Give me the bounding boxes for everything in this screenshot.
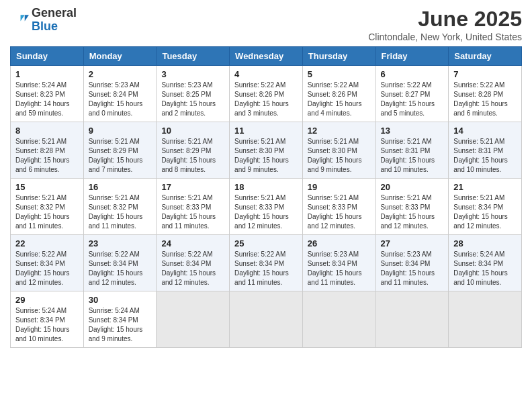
logo-blue: Blue: [32, 19, 58, 33]
day-info: Sunrise: 5:21 AMSunset: 8:28 PMDaylight:…: [15, 137, 79, 175]
day-number: 20: [381, 182, 444, 192]
day-info: Sunrise: 5:21 AMSunset: 8:29 PMDaylight:…: [161, 137, 224, 175]
weekday-header-monday: Monday: [83, 47, 157, 66]
day-info: Sunrise: 5:23 AMSunset: 8:34 PMDaylight:…: [308, 250, 371, 287]
day-info: Sunrise: 5:22 AMSunset: 8:34 PMDaylight:…: [15, 250, 79, 287]
day-info: Sunrise: 5:21 AMSunset: 8:32 PMDaylight:…: [15, 193, 79, 231]
day-cell: 25Sunrise: 5:22 AMSunset: 8:34 PMDayligh…: [230, 235, 303, 291]
logo-icon: [10, 11, 29, 30]
day-number: 9: [89, 126, 152, 136]
title-area: June 2025 Clintondale, New York, United …: [368, 7, 522, 42]
day-info: Sunrise: 5:24 AMSunset: 8:34 PMDaylight:…: [89, 306, 152, 344]
day-cell: 21Sunrise: 5:21 AMSunset: 8:34 PMDayligh…: [449, 179, 522, 235]
day-info: Sunrise: 5:22 AMSunset: 8:26 PMDaylight:…: [234, 81, 298, 118]
day-info: Sunrise: 5:22 AMSunset: 8:26 PMDaylight:…: [308, 81, 371, 118]
weekday-header-row: SundayMondayTuesdayWednesdayThursdayFrid…: [11, 47, 522, 66]
day-info: Sunrise: 5:23 AMSunset: 8:25 PMDaylight:…: [161, 81, 224, 118]
day-info: Sunrise: 5:21 AMSunset: 8:33 PMDaylight:…: [308, 193, 371, 231]
day-info: Sunrise: 5:21 AMSunset: 8:31 PMDaylight:…: [381, 137, 444, 175]
day-info: Sunrise: 5:23 AMSunset: 8:34 PMDaylight:…: [381, 250, 444, 287]
day-number: 17: [161, 182, 224, 192]
day-number: 4: [234, 69, 298, 79]
day-cell: 29Sunrise: 5:24 AMSunset: 8:34 PMDayligh…: [11, 291, 84, 348]
day-cell: 23Sunrise: 5:22 AMSunset: 8:34 PMDayligh…: [83, 235, 157, 291]
day-cell: 18Sunrise: 5:21 AMSunset: 8:33 PMDayligh…: [230, 179, 303, 235]
day-info: Sunrise: 5:21 AMSunset: 8:33 PMDaylight:…: [234, 193, 298, 231]
day-cell: 7Sunrise: 5:22 AMSunset: 8:28 PMDaylight…: [449, 66, 522, 122]
weekday-header-sunday: Sunday: [11, 47, 84, 66]
day-number: 16: [89, 182, 152, 192]
day-cell: 3Sunrise: 5:23 AMSunset: 8:25 PMDaylight…: [157, 66, 230, 122]
day-cell: 27Sunrise: 5:23 AMSunset: 8:34 PMDayligh…: [375, 235, 449, 291]
day-cell: 8Sunrise: 5:21 AMSunset: 8:28 PMDaylight…: [11, 122, 84, 179]
day-info: Sunrise: 5:24 AMSunset: 8:23 PMDaylight:…: [15, 81, 79, 118]
day-cell: 16Sunrise: 5:21 AMSunset: 8:32 PMDayligh…: [83, 179, 157, 235]
svg-rect-0: [10, 11, 29, 30]
day-number: 1: [15, 69, 79, 79]
day-number: 22: [15, 238, 79, 248]
day-cell: 12Sunrise: 5:21 AMSunset: 8:30 PMDayligh…: [302, 122, 375, 179]
day-cell: 30Sunrise: 5:24 AMSunset: 8:34 PMDayligh…: [83, 291, 157, 348]
weekday-header-thursday: Thursday: [302, 47, 375, 66]
day-info: Sunrise: 5:22 AMSunset: 8:27 PMDaylight:…: [381, 81, 444, 118]
week-row-3: 15Sunrise: 5:21 AMSunset: 8:32 PMDayligh…: [11, 179, 522, 235]
day-info: Sunrise: 5:22 AMSunset: 8:34 PMDaylight:…: [234, 250, 298, 287]
day-cell: 20Sunrise: 5:21 AMSunset: 8:33 PMDayligh…: [375, 179, 449, 235]
day-number: 12: [308, 126, 371, 136]
day-info: Sunrise: 5:21 AMSunset: 8:32 PMDaylight:…: [89, 193, 152, 231]
day-cell: 4Sunrise: 5:22 AMSunset: 8:26 PMDaylight…: [230, 66, 303, 122]
day-number: 14: [453, 126, 517, 136]
day-cell: 19Sunrise: 5:21 AMSunset: 8:33 PMDayligh…: [302, 179, 375, 235]
day-number: 10: [161, 126, 224, 136]
day-number: 13: [381, 126, 444, 136]
day-number: 15: [15, 182, 79, 192]
header: General Blue June 2025 Clintondale, New …: [10, 7, 522, 42]
day-number: 26: [308, 238, 371, 248]
day-number: 21: [453, 182, 517, 192]
day-cell: [375, 291, 449, 348]
day-cell: 9Sunrise: 5:21 AMSunset: 8:29 PMDaylight…: [83, 122, 157, 179]
day-cell: 24Sunrise: 5:22 AMSunset: 8:34 PMDayligh…: [157, 235, 230, 291]
svg-marker-1: [25, 15, 29, 21]
day-info: Sunrise: 5:21 AMSunset: 8:34 PMDaylight:…: [453, 193, 517, 231]
day-number: 23: [89, 238, 152, 248]
svg-marker-2: [21, 15, 25, 21]
day-number: 7: [453, 69, 517, 79]
logo-general: General: [32, 6, 77, 19]
day-cell: 14Sunrise: 5:21 AMSunset: 8:31 PMDayligh…: [449, 122, 522, 179]
location-subtitle: Clintondale, New York, United States: [368, 32, 522, 42]
weekday-header-friday: Friday: [375, 47, 449, 66]
day-cell: 6Sunrise: 5:22 AMSunset: 8:27 PMDaylight…: [375, 66, 449, 122]
day-info: Sunrise: 5:23 AMSunset: 8:24 PMDaylight:…: [89, 81, 152, 118]
day-cell: 13Sunrise: 5:21 AMSunset: 8:31 PMDayligh…: [375, 122, 449, 179]
week-row-1: 1Sunrise: 5:24 AMSunset: 8:23 PMDaylight…: [11, 66, 522, 122]
day-cell: 15Sunrise: 5:21 AMSunset: 8:32 PMDayligh…: [11, 179, 84, 235]
day-cell: 11Sunrise: 5:21 AMSunset: 8:30 PMDayligh…: [230, 122, 303, 179]
day-cell: 17Sunrise: 5:21 AMSunset: 8:33 PMDayligh…: [157, 179, 230, 235]
day-info: Sunrise: 5:21 AMSunset: 8:33 PMDaylight:…: [161, 193, 224, 231]
day-number: 18: [234, 182, 298, 192]
day-cell: 2Sunrise: 5:23 AMSunset: 8:24 PMDaylight…: [83, 66, 157, 122]
day-info: Sunrise: 5:24 AMSunset: 8:34 PMDaylight:…: [15, 306, 79, 344]
calendar-table: SundayMondayTuesdayWednesdayThursdayFrid…: [10, 46, 522, 348]
day-number: 29: [15, 295, 79, 305]
day-number: 8: [15, 126, 79, 136]
weekday-header-tuesday: Tuesday: [157, 47, 230, 66]
day-info: Sunrise: 5:24 AMSunset: 8:34 PMDaylight:…: [453, 250, 517, 287]
day-info: Sunrise: 5:21 AMSunset: 8:30 PMDaylight:…: [308, 137, 371, 175]
week-row-2: 8Sunrise: 5:21 AMSunset: 8:28 PMDaylight…: [11, 122, 522, 179]
weekday-header-saturday: Saturday: [449, 47, 522, 66]
day-number: 5: [308, 69, 371, 79]
day-info: Sunrise: 5:21 AMSunset: 8:30 PMDaylight:…: [234, 137, 298, 175]
day-info: Sunrise: 5:21 AMSunset: 8:29 PMDaylight:…: [89, 137, 152, 175]
logo: General Blue: [10, 7, 77, 34]
week-row-5: 29Sunrise: 5:24 AMSunset: 8:34 PMDayligh…: [11, 291, 522, 348]
day-info: Sunrise: 5:21 AMSunset: 8:33 PMDaylight:…: [381, 193, 444, 231]
day-info: Sunrise: 5:21 AMSunset: 8:31 PMDaylight:…: [453, 137, 517, 175]
day-number: 27: [381, 238, 444, 248]
day-cell: 28Sunrise: 5:24 AMSunset: 8:34 PMDayligh…: [449, 235, 522, 291]
day-cell: [157, 291, 230, 348]
day-number: 6: [381, 69, 444, 79]
day-info: Sunrise: 5:22 AMSunset: 8:34 PMDaylight:…: [161, 250, 224, 287]
day-number: 28: [453, 238, 517, 248]
